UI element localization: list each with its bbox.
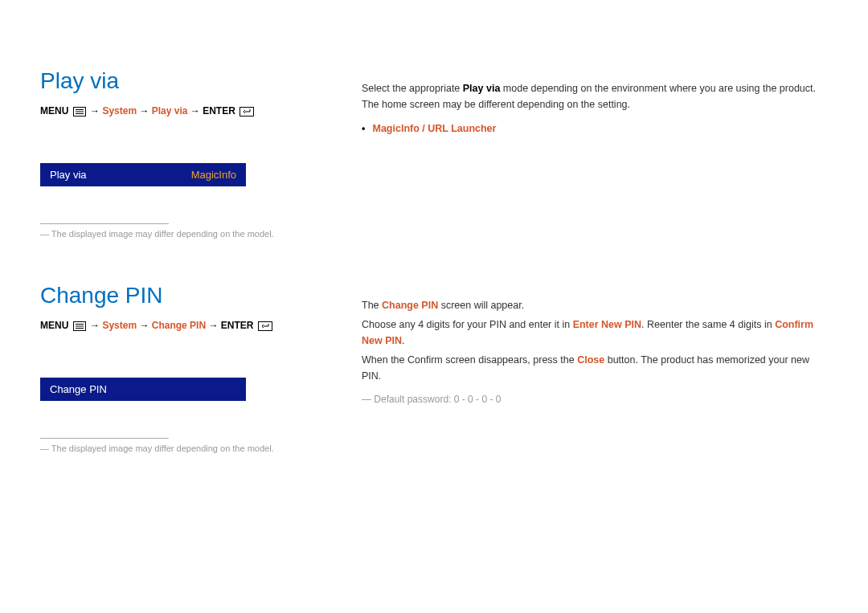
divider — [40, 223, 169, 224]
text: . — [402, 335, 404, 346]
arrow: → — [190, 105, 203, 116]
divider — [40, 438, 169, 439]
nav-path-change-pin: MENU → System → Change PIN → ENTER — [40, 320, 330, 333]
image-note: ― The displayed image may differ dependi… — [40, 443, 330, 453]
osd-change-pin: Change PIN — [40, 378, 246, 401]
text-bold: Play via — [463, 83, 501, 94]
heading-change-pin: Change PIN — [40, 283, 330, 309]
nav-enter-label: ENTER — [203, 105, 235, 116]
arrow: → — [139, 105, 151, 116]
osd-play-via: Play via MagicInfo — [40, 163, 246, 186]
bullet-item: • MagicInfo / URL Launcher — [362, 121, 828, 137]
nav-path-play-via: MENU → System → Play via → ENTER — [40, 105, 330, 119]
bullet-text: MagicInfo / URL Launcher — [372, 123, 496, 134]
body-change-pin: The Change PIN screen will appear. Choos… — [362, 283, 828, 407]
arrow: → — [90, 320, 102, 331]
text-highlight: Close — [577, 354, 604, 366]
arrow: → — [90, 105, 102, 116]
menu-icon — [73, 321, 86, 333]
nav-system: System — [102, 320, 137, 331]
nav-change-pin: Change PIN — [152, 320, 206, 331]
nav-play-via: Play via — [152, 105, 188, 116]
text: mode depending on the environment where … — [500, 83, 816, 94]
osd-value: MagicInfo — [191, 169, 236, 181]
nav-menu-label: MENU — [40, 320, 68, 331]
enter-icon — [258, 321, 272, 333]
text-highlight: Enter New PIN — [573, 319, 641, 330]
nav-menu-label: MENU — [40, 105, 68, 116]
arrow: → — [139, 320, 151, 331]
text: Choose any 4 digits for your PIN and ent… — [362, 319, 573, 330]
osd-label: Play via — [50, 169, 87, 181]
text: Select the appropriate — [362, 83, 463, 94]
text: The — [362, 300, 382, 311]
osd-label: Change PIN — [50, 383, 107, 395]
arrow: → — [208, 320, 220, 331]
heading-play-via: Play via — [40, 68, 330, 94]
body-play-via: Select the appropriate Play via mode dep… — [362, 68, 828, 137]
text: . Reenter the same 4 digits in — [641, 319, 775, 330]
nav-enter-label: ENTER — [221, 320, 254, 331]
bullet-dot: • — [362, 121, 370, 137]
image-note: ― The displayed image may differ dependi… — [40, 229, 330, 239]
nav-system: System — [102, 105, 137, 116]
enter-icon — [240, 107, 254, 119]
text-highlight: Change PIN — [382, 300, 438, 311]
default-password-note: Default password: 0 - 0 - 0 - 0 — [362, 392, 828, 407]
menu-icon — [73, 107, 86, 119]
text: screen will appear. — [438, 300, 524, 311]
text: The home screen may be different dependi… — [362, 96, 828, 112]
text: When the Confirm screen disappears, pres… — [362, 354, 577, 366]
